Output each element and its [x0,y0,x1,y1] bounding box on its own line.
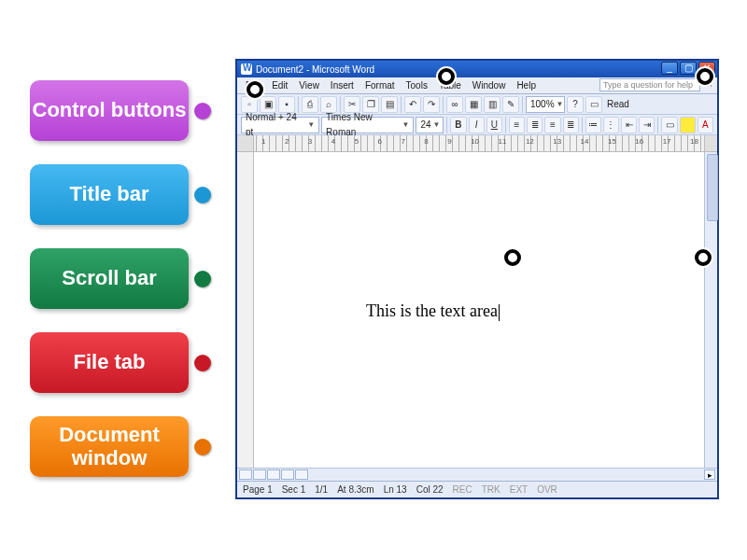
read-label[interactable]: Read [604,99,629,109]
justify-icon[interactable]: ≣ [563,117,579,133]
label-text: Scroll bar [62,267,156,289]
decrease-indent-icon[interactable]: ⇤ [621,117,637,133]
drop-target-1[interactable] [247,81,263,98]
font-size-select[interactable]: 24▼ [416,117,444,133]
drop-target-5[interactable] [695,249,712,266]
connector-dot [194,439,211,455]
reading-view-icon[interactable] [295,469,308,480]
font-color-icon[interactable]: A [698,117,713,133]
underline-button[interactable]: U [486,117,502,133]
horizontal-ruler[interactable]: 12 34 56 78 910 1112 1314 1516 1718 [237,135,717,152]
status-line: Ln 13 [384,484,407,495]
status-rec: REC [453,484,472,495]
document-text: This is the text area [366,301,500,321]
status-bar: Page 1 Sec 1 1/1 At 8.3cm Ln 13 Col 22 R… [237,481,717,497]
ruler-gutter [704,135,717,151]
increase-indent-icon[interactable]: ⇥ [639,117,655,133]
hyperlink-icon[interactable]: ∞ [446,96,463,113]
separator [401,96,402,113]
word-icon [241,63,252,75]
separator [505,117,506,133]
style-select[interactable]: Normal + 24 pt▼ [241,117,319,133]
align-left-icon[interactable]: ≡ [509,117,525,133]
status-pages: 1/1 [315,484,328,495]
status-ovr: OVR [537,484,557,495]
label-document-window[interactable]: Document window [30,416,189,477]
label-text: Document window [30,424,189,469]
connector-dot [194,187,211,203]
drawing-icon[interactable]: ✎ [502,96,519,113]
print-view-icon[interactable] [267,469,280,480]
connector-dot [194,103,211,119]
separator [443,96,444,113]
label-text: Title bar [69,183,148,205]
menu-tools[interactable]: Tools [402,79,432,91]
drop-target-4[interactable] [504,249,521,266]
formatting-toolbar: Normal + 24 pt▼ Times New Roman▼ 24▼ B I… [237,115,717,135]
label-scroll-bar[interactable]: Scroll bar [30,248,189,309]
outline-view-icon[interactable] [281,469,294,480]
word-window: Document2 - Microsoft Word _ ▢ ✕ File Ed… [235,59,719,499]
window-title: Document2 - Microsoft Word [256,64,374,75]
status-section: Sec 1 [282,484,306,495]
vertical-ruler[interactable] [237,152,254,481]
drop-target-2[interactable] [438,68,455,85]
bold-button[interactable]: B [450,117,466,133]
help-icon[interactable]: ? [567,96,584,113]
label-control-buttons[interactable]: Control buttons [30,80,189,141]
maximize-button[interactable]: ▢ [680,62,697,75]
highlight-icon[interactable] [680,117,696,133]
status-page: Page 1 [243,484,273,495]
ruler-numbers: 12 34 56 78 910 1112 1314 1516 1718 [256,137,704,146]
view-buttons [239,469,308,480]
document-page[interactable]: This is the text area [254,152,704,468]
separator [582,117,583,133]
help-search-input[interactable]: Type a question for help [599,78,700,91]
ruler-gutter [237,135,254,151]
label-title-bar[interactable]: Title bar [30,164,189,225]
tables-icon[interactable]: ▦ [465,96,482,113]
redo-icon[interactable]: ↷ [423,96,440,113]
vertical-scrollbar[interactable] [704,152,717,468]
menu-view[interactable]: View [294,79,324,91]
status-at: At 8.3cm [337,484,374,495]
standard-toolbar: ▫ ▣ ▪ ⎙ ⌕ ✂ ❐ ▤ ↶ ↷ ∞ ▦ ▥ ✎ 100%▼ ? ▭ Re… [237,94,717,115]
text-cursor-icon [499,304,500,321]
label-file-tab[interactable]: File tab [30,332,189,393]
connector-dot [194,355,211,371]
menu-format[interactable]: Format [360,79,400,91]
title-bar: Document2 - Microsoft Word _ ▢ ✕ [237,61,717,77]
normal-view-icon[interactable] [239,469,252,480]
font-select[interactable]: Times New Roman▼ [321,117,414,133]
web-view-icon[interactable] [253,469,266,480]
italic-button[interactable]: I [469,117,485,133]
minimize-button[interactable]: _ [661,62,678,75]
label-bank: Control buttons Title bar Scroll bar Fil… [30,80,189,500]
status-ext: EXT [510,484,528,495]
document-window: This is the text area ▸ [237,152,717,481]
zoom-select[interactable]: 100%▼ [526,96,565,113]
separator [446,117,447,133]
scroll-right-icon[interactable]: ▸ [704,469,715,480]
connector-dot [194,271,211,287]
menu-edit[interactable]: Edit [267,79,292,91]
menu-bar: File Edit View Insert Format Tools Table… [237,77,717,94]
status-column: Col 22 [416,484,444,495]
separator [657,117,658,133]
borders-icon[interactable]: ▭ [661,117,677,133]
drop-target-3[interactable] [697,68,713,85]
menu-window[interactable]: Window [468,79,511,91]
menu-insert[interactable]: Insert [326,79,359,91]
menu-help[interactable]: Help [512,79,541,91]
numbering-icon[interactable]: ≔ [585,117,601,133]
align-right-icon[interactable]: ≡ [544,117,560,133]
columns-icon[interactable]: ▥ [484,96,500,113]
label-text: File tab [73,351,145,373]
label-text: Control buttons [33,99,187,121]
status-trk: TRK [482,484,500,495]
horizontal-scrollbar[interactable]: ▸ [237,468,717,481]
align-center-icon[interactable]: ≣ [527,117,543,133]
read-mode-icon[interactable]: ▭ [585,96,602,113]
bullets-icon[interactable]: ⋮ [603,117,619,133]
undo-icon[interactable]: ↶ [404,96,421,113]
